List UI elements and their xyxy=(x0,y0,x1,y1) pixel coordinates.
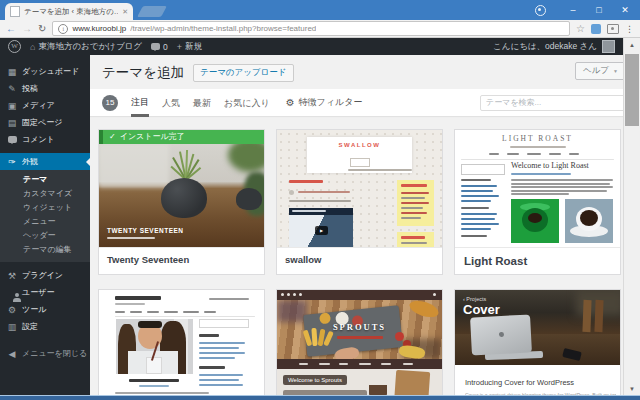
mock-shape xyxy=(582,300,591,332)
new-tab-button[interactable] xyxy=(137,6,167,17)
page-title: テーマを追加 xyxy=(102,64,184,82)
sidebar-item-comments[interactable]: コメント xyxy=(0,131,90,148)
mock-text-line xyxy=(511,186,613,188)
upload-theme-button[interactable]: テーマのアップロード xyxy=(193,64,294,82)
theme-name: Light Roast xyxy=(455,248,620,274)
mock-text-line xyxy=(199,342,245,344)
page-favicon-icon xyxy=(10,6,20,17)
mock-text-line xyxy=(401,192,429,194)
mock-shape xyxy=(594,300,603,332)
submenu-item-customize[interactable]: カスタマイズ xyxy=(0,187,90,201)
dashboard-icon: ▦ xyxy=(7,67,17,77)
browser-menu-icon[interactable]: ⋮ xyxy=(625,24,634,34)
filter-tab-featured[interactable]: 注目 xyxy=(131,89,149,117)
url-path: /travel/wp-admin/theme-install.php?brows… xyxy=(130,24,316,33)
mock-text-line xyxy=(511,190,607,192)
comment-count: 0 xyxy=(163,42,168,52)
mock-shape xyxy=(99,144,169,188)
back-button[interactable]: ← xyxy=(6,24,16,34)
theme-card-swallow[interactable]: SWALLOW ▶ xyxy=(276,129,443,275)
vertical-scrollbar[interactable]: ▲ ▼ xyxy=(623,38,640,396)
mock-text-line xyxy=(510,146,566,148)
mock-text-line xyxy=(289,180,323,183)
site-info-icon[interactable]: i xyxy=(58,24,68,34)
admin-bar-new[interactable]: + 新規 xyxy=(177,41,202,53)
sidebar-label: メディア xyxy=(22,100,55,111)
maximize-button[interactable]: □ xyxy=(586,0,612,20)
admin-bar-site-link[interactable]: ⌂ 東海地方のおでかけブログ xyxy=(30,41,142,53)
themes-install-content: テーマを追加 テーマのアップロード ヘルプ ▼ 15 注目 人気 最新 お気に入… xyxy=(90,55,640,396)
mock-text-line xyxy=(337,336,383,339)
mock-text-line xyxy=(461,235,487,237)
sidebar-item-tools[interactable]: ⚙ ツール xyxy=(0,301,90,318)
mock-text-line xyxy=(401,242,427,244)
submenu-item-widgets[interactable]: ウィジェット xyxy=(0,201,90,215)
submenu-item-menus[interactable]: メニュー xyxy=(0,215,90,229)
screenshot-extension-icon[interactable] xyxy=(607,24,619,34)
sidebar-item-plugins[interactable]: ⚒ プラグイン xyxy=(0,267,90,284)
theme-screenshot: SPROUTS xyxy=(277,290,442,396)
settings-icon: ▥ xyxy=(7,322,17,332)
scroll-up-icon[interactable]: ▲ xyxy=(624,38,640,52)
submenu-item-editor[interactable]: テーマの編集 xyxy=(0,243,90,257)
profile-icon[interactable] xyxy=(535,5,546,16)
theme-search-input[interactable] xyxy=(480,95,628,111)
bookmark-star-icon[interactable]: ☆ xyxy=(576,23,585,34)
filter-tab-popular[interactable]: 人気 xyxy=(162,90,180,115)
mock-text-line xyxy=(507,153,519,155)
theme-card-blog[interactable] xyxy=(98,289,265,396)
help-button[interactable]: ヘルプ ▼ xyxy=(575,62,626,80)
sidebar-item-users[interactable]: ユーザー xyxy=(0,284,90,301)
mock-text-line xyxy=(461,228,491,230)
mock-button xyxy=(350,158,370,167)
mock-navbar xyxy=(277,359,442,369)
close-button[interactable]: ✕ xyxy=(612,0,638,20)
theme-heading: Introducing Cover for WordPress xyxy=(465,378,574,387)
theme-card-cover[interactable]: ‹ Projects Cover Introducing Cover for W… xyxy=(454,289,621,396)
theme-count-badge: 15 xyxy=(102,95,118,111)
browser-toolbar: ← → ↻ i www.kuroobi.jp /travel/wp-admin/… xyxy=(0,20,640,38)
scroll-down-icon[interactable]: ▼ xyxy=(624,382,640,396)
mock-shape xyxy=(394,370,430,396)
installed-banner: ✓ インストール完了 xyxy=(99,130,264,144)
sidebar-item-appearance[interactable]: ✑ 外観 xyxy=(0,153,90,170)
sidebar-item-pages[interactable]: ▤ 固定ページ xyxy=(0,114,90,131)
mock-text-line xyxy=(401,236,425,239)
play-icon: ▶ xyxy=(315,226,328,235)
sidebar-label: コメント xyxy=(22,134,55,145)
admin-bar-comments[interactable]: 0 xyxy=(151,42,168,52)
mock-shape xyxy=(395,332,404,341)
wp-admin-bar: W ⌂ 東海地方のおでかけブログ 0 + 新規 こんにちは、odekake さん xyxy=(0,38,623,55)
tab-title: テーマを追加 ‹ 東海地方の… xyxy=(24,7,118,17)
sidebar-item-dashboard[interactable]: ▦ ダッシュボード xyxy=(0,63,90,80)
browser-tab[interactable]: テーマを追加 ‹ 東海地方の… ✕ xyxy=(5,3,133,20)
submenu-item-header[interactable]: ヘッダー xyxy=(0,229,90,243)
mock-lower-photo: Welcome to Sprouts xyxy=(277,369,442,396)
mock-text-line xyxy=(489,153,499,155)
extension-icon[interactable] xyxy=(591,24,601,34)
filter-tab-favorites[interactable]: お気に入り xyxy=(224,90,270,115)
scrollbar-thumb[interactable] xyxy=(625,54,639,126)
sidebar-item-settings[interactable]: ▥ 設定 xyxy=(0,318,90,335)
filter-tab-latest[interactable]: 最新 xyxy=(193,90,211,115)
sidebar-label: メニューを閉じる xyxy=(22,348,87,359)
feature-filter-button[interactable]: ⚙ 特徴フィルター xyxy=(286,96,363,109)
theme-card-light-roast[interactable]: LIGHT ROAST xyxy=(454,129,621,275)
wordpress-logo-icon[interactable]: W xyxy=(8,40,21,53)
sidebar-item-posts[interactable]: ✎ 投稿 xyxy=(0,80,90,97)
theme-card-twenty-seventeen[interactable]: ✓ インストール完了 xyxy=(98,129,265,275)
tab-close-icon[interactable]: ✕ xyxy=(122,8,128,16)
mock-sidebar-box xyxy=(397,180,434,226)
address-bar[interactable]: i www.kuroobi.jp /travel/wp-admin/theme-… xyxy=(52,21,570,36)
theme-card-sprouts[interactable]: SPROUTS xyxy=(276,289,443,396)
user-avatar xyxy=(602,40,615,53)
minimize-button[interactable]: – xyxy=(560,0,586,20)
sidebar-collapse-menu[interactable]: ◀ メニューを閉じる xyxy=(0,345,90,362)
sidebar-label: ツール xyxy=(22,304,46,315)
howdy-greeting[interactable]: こんにちは、odekake さん xyxy=(493,41,597,53)
sidebar-item-media[interactable]: ▣ メディア xyxy=(0,97,90,114)
submenu-item-themes[interactable]: テーマ xyxy=(0,173,90,187)
comment-bubble-icon xyxy=(151,43,160,50)
reload-button[interactable]: ↻ xyxy=(38,24,46,34)
forward-button[interactable]: → xyxy=(22,24,32,34)
